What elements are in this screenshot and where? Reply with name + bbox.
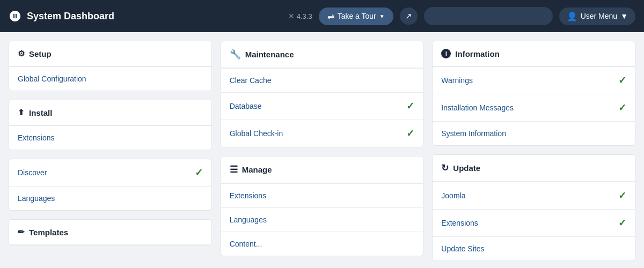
languages-install-link[interactable]: Languages: [18, 194, 55, 203]
warnings-link[interactable]: Warnings: [441, 76, 473, 85]
setup-title: Setup: [29, 49, 52, 58]
user-chevron-icon: ▼: [620, 12, 628, 20]
update-title: Update: [453, 163, 480, 173]
update-header: ↻ Update: [433, 155, 635, 182]
manage-languages-row: Languages: [221, 207, 423, 232]
extensions-update-row: Extensions ✓: [433, 209, 635, 236]
take-tour-button[interactable]: ⇌ Take a Tour ▼: [319, 8, 393, 25]
info-icon: i: [441, 49, 451, 58]
templates-title: Templates: [29, 228, 68, 237]
logo-text: System Dashboard: [27, 11, 114, 22]
installation-messages-row: Installation Messages ✓: [433, 94, 635, 121]
information-title: Information: [455, 49, 500, 58]
system-information-row: System Information: [433, 121, 635, 145]
extensions-update-link[interactable]: Extensions: [441, 219, 478, 227]
global-checkin-link[interactable]: Global Check-in: [230, 129, 283, 138]
setup-header: ⚙ Setup: [9, 41, 211, 66]
user-menu-label: User Menu: [581, 12, 617, 20]
information-card: i Information Warnings ✓ Installation Me…: [432, 41, 635, 146]
install-card: ⬆ Install Extensions: [9, 100, 212, 150]
setup-card: ⚙ Setup Global Configuration: [9, 41, 212, 91]
install-header: ⬆ Install: [9, 100, 211, 125]
languages-install-row: Languages: [9, 186, 211, 210]
external-link-button[interactable]: ↗: [400, 8, 418, 25]
manage-header: ☰ Manage: [221, 157, 423, 183]
list-icon: ☰: [230, 164, 238, 175]
update-sites-link[interactable]: Update Sites: [441, 244, 484, 253]
update-sites-row: Update Sites: [433, 236, 635, 260]
wrench-icon: 🔧: [230, 49, 241, 60]
installation-messages-link[interactable]: Installation Messages: [441, 103, 514, 112]
manage-extensions-link[interactable]: Extensions: [230, 191, 266, 200]
update-card: ↻ Update Joomla ✓ Extensions ✓ Update Si…: [432, 154, 635, 261]
install-extensions-row: Extensions: [9, 125, 211, 150]
install-icon: ⬆: [18, 108, 25, 117]
user-menu-button[interactable]: 👤 User Menu ▼: [559, 8, 635, 25]
global-checkin-row: Global Check-in ✓: [221, 120, 423, 147]
templates-card: ✏ Templates: [9, 219, 212, 245]
search-bar: [424, 7, 553, 25]
pencil-icon: ✏: [18, 227, 25, 237]
refresh-icon: ↻: [441, 162, 449, 174]
database-check-icon: ✓: [406, 100, 414, 112]
clear-cache-row: Clear Cache: [221, 68, 423, 92]
manage-extensions-row: Extensions: [221, 183, 423, 207]
maintenance-card: 🔧 Maintenance Clear Cache Database ✓ Glo…: [221, 41, 424, 147]
main-header: System Dashboard ✕ 4.3.3 ⇌ Take a Tour ▼…: [0, 0, 644, 32]
version-badge: ✕ 4.3.3: [288, 12, 312, 20]
templates-header: ✏ Templates: [9, 220, 211, 245]
maintenance-header: 🔧 Maintenance: [221, 41, 423, 68]
global-checkin-check-icon: ✓: [406, 128, 414, 139]
database-row: Database ✓: [221, 92, 423, 120]
gear-icon: ⚙: [18, 49, 25, 58]
external-link-icon: ↗: [405, 11, 412, 21]
logo: System Dashboard: [9, 10, 114, 23]
user-icon: 👤: [567, 11, 577, 21]
warnings-row: Warnings ✓: [433, 66, 635, 94]
database-link[interactable]: Database: [230, 102, 262, 110]
dashboard-grid: ⚙ Setup Global Configuration ⬆ Install E…: [0, 32, 644, 268]
discover-card: Discover ✓ Languages: [9, 159, 212, 211]
global-config-row: Global Configuration: [9, 66, 211, 91]
tour-icon: ⇌: [327, 11, 334, 21]
tour-chevron-icon: ▼: [379, 13, 385, 19]
maintenance-title: Maintenance: [245, 50, 294, 59]
manage-title: Manage: [242, 165, 272, 174]
system-information-link[interactable]: System Information: [441, 129, 506, 138]
joomla-check-icon: ✓: [618, 190, 626, 202]
version-number: 4.3.3: [297, 12, 312, 20]
manage-card: ☰ Manage Extensions Languages Content...: [221, 156, 424, 256]
discover-link[interactable]: Discover: [18, 168, 47, 177]
joomla-update-row: Joomla ✓: [433, 182, 635, 209]
logo-icon: [9, 10, 21, 23]
warnings-check-icon: ✓: [618, 75, 626, 86]
install-title: Install: [29, 108, 52, 117]
manage-content-link[interactable]: Content...: [230, 240, 262, 248]
joomla-update-link[interactable]: Joomla: [441, 191, 465, 200]
tour-label: Take a Tour: [338, 12, 376, 20]
extensions-check-icon: ✓: [618, 217, 626, 229]
joomla-x-icon: ✕: [288, 12, 295, 20]
clear-cache-link[interactable]: Clear Cache: [230, 76, 272, 85]
global-config-link[interactable]: Global Configuration: [18, 75, 86, 83]
install-extensions-link[interactable]: Extensions: [18, 133, 54, 142]
information-header: i Information: [433, 41, 635, 66]
installation-messages-check-icon: ✓: [618, 102, 626, 114]
discover-check-icon: ✓: [195, 167, 203, 178]
manage-languages-link[interactable]: Languages: [230, 215, 267, 224]
manage-content-row: Content...: [221, 232, 423, 256]
discover-row: Discover ✓: [9, 159, 211, 186]
